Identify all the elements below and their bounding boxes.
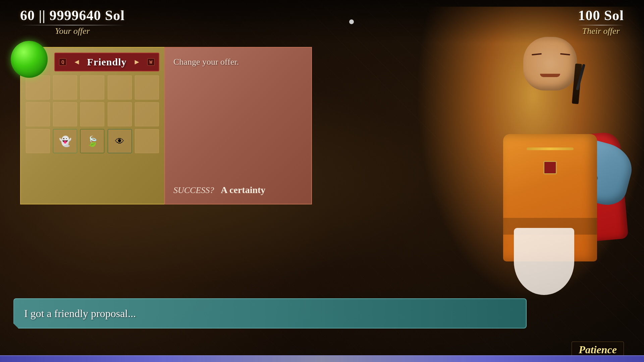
inventory-slot-2-0[interactable] [26,129,50,153]
character-body [503,134,597,261]
enemy-amount: 100 Sol [578,7,624,23]
enemy-offer-section: 100 Sol Their offer [578,7,624,36]
inventory-slot-2-1[interactable]: 👻 [53,129,77,153]
attitude-arrow-right[interactable]: ► [131,56,142,68]
inventory-slot-1-1[interactable] [53,102,77,126]
inventory-slot-1-4[interactable] [135,102,159,126]
success-row: SUCCESS? A certainty [173,185,303,195]
mood-indicator [11,41,48,78]
change-offer-text: Change your offer. [173,56,303,68]
character-head [523,37,577,90]
inventory-slot-0-3[interactable] [108,75,132,100]
success-value: A certainty [221,185,265,195]
center-separator [349,19,354,24]
attitude-key-right: W [147,58,155,66]
attitude-arrow-left[interactable]: ◄ [71,56,82,68]
inventory-slot-1-2[interactable] [80,102,104,126]
character-area [409,0,644,302]
inventory-panel: Q ◄ Friendly ► W � [20,47,164,204]
inventory-slot-2-3[interactable]: 👁 [108,129,132,153]
inventory-slot-0-0[interactable] [26,75,50,100]
enemy-divider [578,25,624,25]
success-label: SUCCESS? [173,185,214,195]
inventory-slot-2-4[interactable] [135,129,159,153]
dialogue-box: I got a friendly proposal... [13,298,527,328]
top-bar: 60 || 9999640 Sol Your offer 100 Sol The… [0,0,644,44]
inventory-grid: 👻 🍃 👁 [26,75,159,153]
player-offer-section: 60 || 9999640 Sol Your offer [20,7,125,36]
inventory-slot-0-1[interactable] [53,75,77,100]
attitude-label: Friendly [87,56,127,68]
character-portrait [416,7,644,302]
player-amount: 60 || 9999640 Sol [20,7,125,23]
inventory-slot-1-0[interactable] [26,102,50,126]
player-offer-label: Your offer [55,26,90,36]
info-panel: Change your offer. SUCCESS? A certainty [164,47,312,204]
item-spirit-icon: 👁 [111,132,128,150]
attitude-key-left: Q [59,58,66,66]
enemy-offer-label: Their offer [582,26,620,36]
inventory-slot-0-4[interactable] [135,75,159,100]
item-leaf-icon: 🍃 [84,132,101,150]
inventory-slot-1-3[interactable] [108,102,132,126]
inventory-slot-2-2[interactable]: 🍃 [80,129,104,153]
trade-panel: Q ◄ Friendly ► W � [20,47,312,204]
attitude-bar[interactable]: Q ◄ Friendly ► W [54,53,159,71]
item-ghost-icon: 👻 [56,132,74,150]
player-divider [20,25,125,25]
bottom-bar [0,355,644,362]
inventory-slot-0-2[interactable] [80,75,104,100]
dialogue-text: I got a friendly proposal... [24,307,136,320]
